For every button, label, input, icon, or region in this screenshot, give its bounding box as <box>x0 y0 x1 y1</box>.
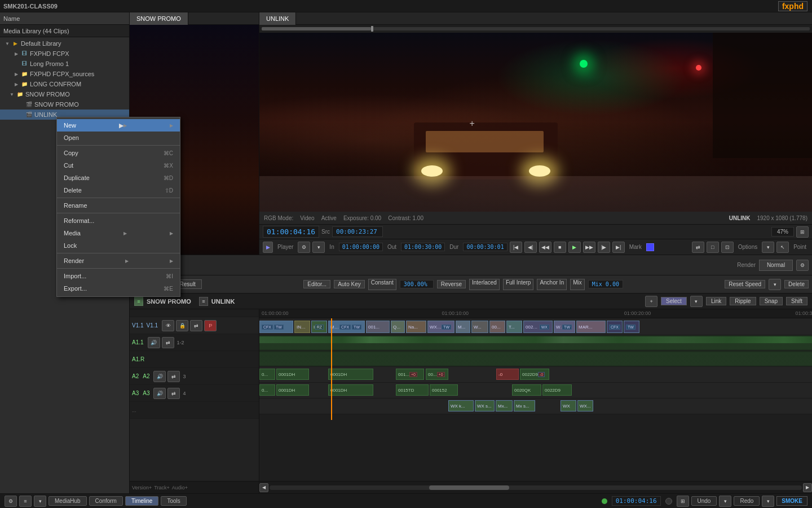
options-dropdown[interactable]: ▾ <box>762 242 774 253</box>
play-fwd-btn[interactable]: ▶▶ <box>583 242 595 253</box>
shift-tool[interactable]: Shift <box>786 297 807 305</box>
delete-btn[interactable]: Delete <box>784 280 809 288</box>
track-eye-btn[interactable]: 👁 <box>162 320 174 331</box>
a1-mute-btn[interactable]: 🔊 <box>148 337 160 348</box>
mix-value[interactable]: Mix 0.00 <box>588 280 623 288</box>
extra-clip-1[interactable]: WX k... <box>448 400 474 411</box>
redo-dropdown[interactable]: ▾ <box>762 496 774 507</box>
tl-select-btn[interactable]: + <box>645 296 657 307</box>
interp-dropdown[interactable]: Full Interp <box>503 279 533 290</box>
tab-mediahub[interactable]: MediaHub <box>48 496 87 506</box>
scroll-right-btn[interactable]: ▶ <box>803 483 812 492</box>
clip-00[interactable]: 00... <box>489 321 505 333</box>
viewer-extra-btn2[interactable]: □ <box>707 242 719 253</box>
undo-btn[interactable]: Undo <box>691 496 717 506</box>
select-dropdown[interactable]: ▾ <box>690 296 703 307</box>
speed-value[interactable]: 300.00% <box>400 280 434 288</box>
a2-clip-1[interactable]: 0... <box>259 369 275 380</box>
auto-key-btn[interactable]: Auto Key <box>334 280 365 288</box>
select-tool[interactable]: Select <box>661 297 687 305</box>
a2-link-btn[interactable]: ⇄ <box>167 371 180 382</box>
scroll-left-btn[interactable]: ◀ <box>259 483 268 492</box>
a3-clip-4[interactable]: 0015TD <box>396 384 429 396</box>
clip-tw-end[interactable]: TW <box>624 321 639 333</box>
a2-clip-4[interactable]: 001... +0 <box>396 369 424 380</box>
ctx-delete[interactable]: Delete ⇧D <box>57 184 180 196</box>
ripple-tool[interactable]: Ripple <box>730 297 756 305</box>
record-btn[interactable] <box>665 498 672 505</box>
extra-clip-6[interactable]: WX... <box>577 400 593 411</box>
ctx-reformat[interactable]: Reformat... <box>57 214 180 227</box>
extra-clip-4[interactable]: Mx s... <box>514 400 535 411</box>
a3-link-btn[interactable]: ⇄ <box>167 388 180 399</box>
dropdown-btn[interactable]: ▾ <box>312 242 325 253</box>
a1-link-btn[interactable]: ⇄ <box>162 337 174 348</box>
clip-wx[interactable]: WX... TW <box>554 321 575 333</box>
ctx-cut[interactable]: Cut ⌘X <box>57 159 180 172</box>
ctx-export[interactable]: Export... ⌘E <box>57 282 180 295</box>
track-link-btn[interactable]: ⇄ <box>190 320 202 331</box>
tab-tools[interactable]: Tools <box>161 496 186 506</box>
tab-timeline[interactable]: Timeline <box>125 496 158 506</box>
clip-t[interactable]: T... <box>506 321 522 333</box>
fullscreen-btn[interactable]: ⊞ <box>677 496 689 507</box>
play-btn[interactable]: ▶ <box>568 242 581 253</box>
clip-india2[interactable]: INDIA... <box>294 321 310 333</box>
viewer-extra-btn3[interactable]: ⊡ <box>721 242 734 253</box>
clip-india1[interactable]: CFX TW <box>259 321 293 333</box>
ctx-new[interactable]: New ▶ <box>57 119 180 132</box>
clip-wxk[interactable]: WX K... TW <box>427 321 454 333</box>
bottom-options-btn[interactable]: ▾ <box>34 496 46 507</box>
progress-track[interactable] <box>262 27 810 30</box>
track-red-btn[interactable]: P <box>204 320 217 331</box>
reverse-btn[interactable]: Reverse <box>437 280 466 288</box>
stop-btn[interactable]: ■ <box>554 242 566 253</box>
a2-clip-6[interactable]: 0022D9 -0 <box>520 369 549 380</box>
clip-0022d9[interactable]: 0022D9 WX <box>523 321 553 333</box>
snap-tool[interactable]: Snap <box>760 297 783 305</box>
a2-clip-2[interactable]: 0001DH <box>276 369 309 380</box>
render-mode[interactable]: Normal <box>759 260 793 271</box>
play-rev-btn[interactable]: ◀◀ <box>539 242 551 253</box>
tree-item-snow-promo[interactable]: ▼ 📁 SNOW PROMO <box>0 89 129 99</box>
clip-more-wi[interactable]: More Wi... CFX TW <box>328 321 365 333</box>
ctx-import[interactable]: Import... ⌘I <box>57 270 180 282</box>
a3-mute-btn[interactable]: 🔊 <box>153 388 166 399</box>
editor-btn[interactable]: Editor... <box>303 280 330 288</box>
clip-w[interactable]: W... <box>471 321 488 333</box>
prev-frame-btn[interactable]: ◀| <box>524 242 537 253</box>
mode-dropdown[interactable]: Constant <box>368 279 396 290</box>
a3-clip-1[interactable]: 0... <box>259 384 275 396</box>
ctx-open[interactable]: Open <box>57 132 180 144</box>
clip-001[interactable]: 001... <box>366 321 390 333</box>
track-lock-btn[interactable]: 🔒 <box>176 320 188 331</box>
ctx-render[interactable]: Render ▶ <box>57 255 180 267</box>
reset-dropdown[interactable]: ▾ <box>769 279 781 290</box>
ctx-copy[interactable]: Copy ⌘C <box>57 147 180 159</box>
clip-cfx-end[interactable]: CFX <box>607 321 623 333</box>
bottom-timeline-btn[interactable]: ≡ <box>19 496 32 507</box>
ctx-lock[interactable]: Lock <box>57 239 180 252</box>
a3-clip-7[interactable]: 0022D9 <box>542 384 572 396</box>
extra-clip-3[interactable]: Mx... <box>496 400 513 411</box>
link-tool[interactable]: Link <box>706 297 726 305</box>
a3-clip-6[interactable]: 0020QK <box>512 384 541 396</box>
clip-na[interactable]: Na... <box>406 321 426 333</box>
clip-mar[interactable]: MAR... <box>576 321 606 333</box>
audio-plus[interactable]: Audio+ <box>172 485 188 491</box>
a2-clip-red1[interactable]: -0 <box>496 369 519 380</box>
extra-clip-2[interactable]: WX s... <box>475 400 495 411</box>
tree-item-fxphd-sources[interactable]: ▶ 📁 FXPHD FCPX_sources <box>0 69 129 79</box>
version-plus[interactable]: Version+ <box>132 485 152 491</box>
viewer-scrub-bar[interactable] <box>259 25 812 33</box>
clip-ind[interactable]: IND... RZ <box>311 321 327 333</box>
mix-dropdown[interactable]: Mix <box>570 279 585 290</box>
a3-clip-5[interactable]: 000152 <box>430 384 458 396</box>
render-settings[interactable]: ⚙ <box>796 260 809 271</box>
tab-conform[interactable]: Conform <box>89 496 123 506</box>
zoom-fit-btn[interactable]: ⊞ <box>796 226 809 238</box>
tree-item-long-confrom[interactable]: ▶ 📁 LONG CONFROM <box>0 79 129 89</box>
a2-mute-btn[interactable]: 🔊 <box>153 371 166 382</box>
anchor-dropdown[interactable]: Anchor In <box>537 279 567 290</box>
undo-dropdown[interactable]: ▾ <box>719 496 731 507</box>
